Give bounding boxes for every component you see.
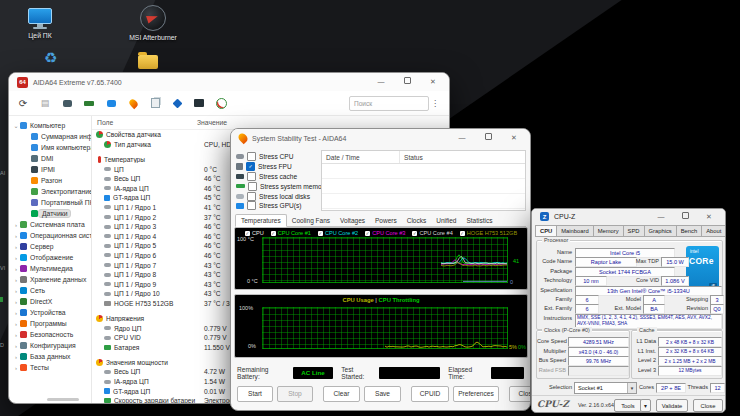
sidebar-item[interactable]: ›Программы bbox=[9, 318, 91, 329]
sidebar-item[interactable]: IPMI bbox=[9, 164, 91, 175]
maximize-button[interactable] bbox=[480, 133, 496, 143]
sidebar-item[interactable]: ⌄Компьютер bbox=[9, 120, 91, 131]
stress-option[interactable]: Stress CPU bbox=[236, 152, 326, 162]
benchmark-flame-icon[interactable] bbox=[127, 97, 139, 109]
legend-item[interactable]: ✓CPU Core #2 bbox=[318, 230, 358, 236]
sidebar-item[interactable]: ›Отображение bbox=[9, 252, 91, 263]
usb-icon[interactable] bbox=[193, 97, 205, 109]
search-input[interactable]: Поиск bbox=[349, 96, 429, 111]
legend-item[interactable]: ✓CPU Core #4 bbox=[412, 230, 452, 236]
maximize-button[interactable] bbox=[399, 77, 415, 87]
horizontal-scrollbar[interactable] bbox=[47, 398, 79, 401]
sidebar-item[interactable]: Имя компьютера bbox=[9, 142, 91, 153]
legend-item[interactable]: ✓CPU Core #1 bbox=[271, 230, 311, 236]
stress-option[interactable]: Stress system memory bbox=[236, 181, 326, 191]
stress-option[interactable]: Stress local disks bbox=[236, 191, 326, 201]
checkbox[interactable] bbox=[247, 192, 256, 201]
tree-item-icon bbox=[31, 133, 38, 140]
copy-icon[interactable] bbox=[149, 97, 161, 109]
dashboard-gauge-icon[interactable] bbox=[215, 97, 227, 109]
start-button[interactable]: Start bbox=[237, 386, 273, 402]
checkbox[interactable] bbox=[247, 172, 256, 181]
minimize-button[interactable]: — bbox=[653, 212, 669, 222]
cpuz-tab-memory[interactable]: Memory bbox=[594, 225, 624, 237]
minimize-button[interactable]: — bbox=[373, 77, 389, 87]
tab-temperatures[interactable]: Temperatures bbox=[235, 214, 287, 227]
sidebar-item[interactable]: DMI bbox=[9, 153, 91, 164]
cpuid-button[interactable]: CPUID bbox=[411, 386, 449, 402]
cpuz-tab-mainboard[interactable]: Mainboard bbox=[557, 225, 593, 237]
current-throttle-label: 0% bbox=[518, 344, 526, 350]
aida-gem-icon[interactable] bbox=[171, 97, 183, 109]
sidebar-item[interactable]: ›Конфигурация bbox=[9, 340, 91, 351]
save-button[interactable]: Save bbox=[364, 386, 401, 402]
cpu-icon[interactable] bbox=[61, 97, 73, 109]
sidebar-item[interactable]: ›Сеть bbox=[9, 285, 91, 296]
sidebar-item[interactable]: ›База данных bbox=[9, 351, 91, 362]
clear-button[interactable]: Clear bbox=[323, 386, 360, 402]
sidebar-item[interactable]: ›Мультимедиа bbox=[9, 263, 91, 274]
desktop-icon-folder[interactable] bbox=[138, 55, 158, 69]
close-button[interactable]: ✕ bbox=[425, 77, 441, 87]
sidebar-item[interactable]: ›Сервер bbox=[9, 241, 91, 252]
tab-powers[interactable]: Powers bbox=[370, 215, 402, 226]
cpuz-tab-spd[interactable]: SPD bbox=[624, 225, 645, 237]
tools-dropdown-button[interactable]: ▾ bbox=[640, 399, 651, 412]
sidebar-item[interactable]: ›Системная плата bbox=[9, 219, 91, 230]
stop-button[interactable]: Stop bbox=[277, 386, 313, 402]
close-button[interactable]: ✕ bbox=[701, 212, 717, 222]
stress-option[interactable]: Stress cache bbox=[236, 172, 326, 182]
legend-checkbox[interactable]: ✓ bbox=[460, 231, 465, 236]
socket-selection-dropdown[interactable]: Socket #1 ▼ bbox=[574, 382, 637, 394]
stress-option[interactable]: ✓Stress FPU bbox=[236, 162, 326, 172]
sidebar-item[interactable]: Портативный ПК bbox=[9, 197, 91, 208]
kebab-menu-icon[interactable]: ⋮ bbox=[429, 99, 441, 108]
cpuz-tab-cpu[interactable]: CPU bbox=[535, 225, 557, 237]
tab-cooling-fans[interactable]: Cooling Fans bbox=[287, 215, 335, 226]
preferences-button[interactable]: Preferences bbox=[453, 386, 499, 402]
legend-checkbox[interactable]: ✓ bbox=[271, 231, 276, 236]
desktop-icon-msi-afterburner[interactable]: MSI Afterburner bbox=[126, 5, 180, 42]
refresh-icon[interactable]: ⟳ bbox=[17, 97, 29, 109]
minimize-button[interactable]: — bbox=[454, 133, 470, 143]
tab-voltages[interactable]: Voltages bbox=[335, 215, 370, 226]
legend-checkbox[interactable]: ✓ bbox=[412, 231, 417, 236]
close-button[interactable]: ✕ bbox=[506, 133, 522, 143]
legend-item[interactable]: ✓HOGE H753 512GB bbox=[460, 230, 517, 236]
cpuz-tab-graphics[interactable]: Graphics bbox=[645, 225, 677, 237]
checkbox[interactable]: ✓ bbox=[246, 162, 255, 171]
tab-unified[interactable]: Unified bbox=[431, 215, 461, 226]
memory-icon[interactable] bbox=[83, 97, 95, 109]
tab-clocks[interactable]: Clocks bbox=[402, 215, 432, 226]
devices-icon[interactable] bbox=[105, 97, 117, 109]
checkbox[interactable] bbox=[248, 182, 257, 191]
cpuz-tab-bench[interactable]: Bench bbox=[677, 225, 702, 237]
tools-button[interactable]: Tools bbox=[614, 399, 642, 412]
sidebar-item[interactable]: ›Устройства bbox=[9, 307, 91, 318]
legend-checkbox[interactable]: ✓ bbox=[318, 231, 323, 236]
report-icon[interactable]: ▤ bbox=[39, 97, 51, 109]
sidebar-item[interactable]: ›DirectX bbox=[9, 296, 91, 307]
desktop-icon-this-pc[interactable]: Цей ПК bbox=[16, 8, 64, 40]
sidebar-item[interactable]: ›Безопасность bbox=[9, 329, 91, 340]
checkbox[interactable] bbox=[247, 201, 256, 210]
close-button[interactable]: Close bbox=[509, 386, 531, 402]
legend-checkbox[interactable]: ✓ bbox=[365, 231, 370, 236]
desktop-icon-recycle-bin[interactable]: ♻ bbox=[44, 50, 57, 65]
sidebar-item[interactable]: ›Тесты bbox=[9, 362, 91, 373]
sidebar-item[interactable]: Суммарная информация bbox=[9, 131, 91, 142]
sidebar-item[interactable]: Электропитание bbox=[9, 186, 91, 197]
sidebar-item[interactable]: Разгон bbox=[9, 175, 91, 186]
tab-statistics[interactable]: Statistics bbox=[461, 215, 497, 226]
cpuz-tab-about[interactable]: About bbox=[702, 225, 726, 237]
stress-option[interactable]: Stress GPU(s) bbox=[236, 201, 326, 211]
checkbox[interactable] bbox=[247, 152, 256, 161]
sidebar-item[interactable]: ›Хранение данных bbox=[9, 274, 91, 285]
sidebar-item[interactable]: Датчики bbox=[9, 208, 91, 219]
close-button[interactable]: Close bbox=[693, 399, 723, 412]
sidebar-item[interactable]: ›Операционная система bbox=[9, 230, 91, 241]
validate-button[interactable]: Validate bbox=[656, 399, 688, 412]
legend-item[interactable]: ✓CPU Core #3 bbox=[365, 230, 405, 236]
legend-checkbox[interactable]: ✓ bbox=[245, 231, 250, 236]
maximize-button[interactable] bbox=[677, 212, 693, 222]
